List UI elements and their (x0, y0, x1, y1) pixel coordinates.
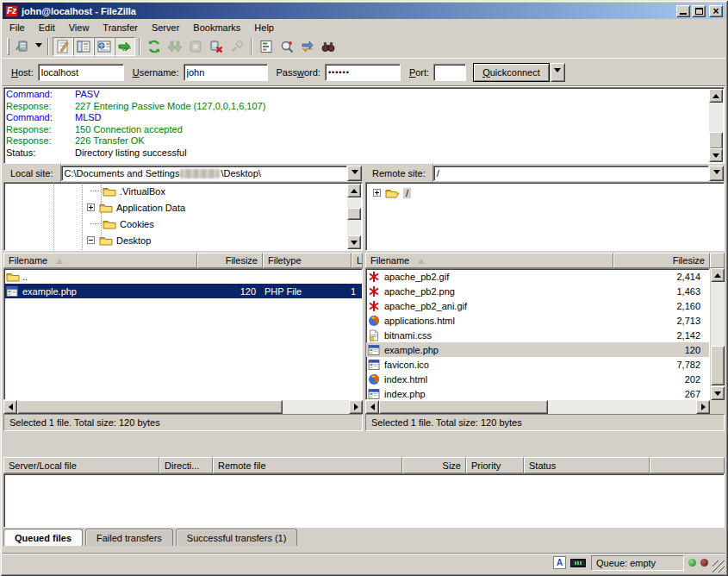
scroll-left-button[interactable] (365, 400, 379, 414)
tab-queued-files[interactable]: Queued files (3, 529, 83, 546)
local-file-list-panel: Filename Filesize Filetype L .. example.… (3, 253, 363, 431)
toggle-message-log-icon[interactable] (53, 37, 73, 56)
local-horizontal-scrollbar[interactable] (3, 400, 363, 414)
refresh-icon[interactable] (144, 37, 165, 56)
scroll-right-button[interactable] (349, 400, 363, 414)
scroll-up-button[interactable] (347, 184, 361, 197)
file-row[interactable]: index.html 202 (366, 372, 709, 386)
queue-column-size[interactable]: Size (402, 457, 466, 473)
menu-help[interactable]: Help (247, 21, 281, 34)
maximize-button[interactable] (692, 5, 706, 17)
cancel-icon[interactable] (185, 37, 206, 56)
host-input[interactable] (38, 64, 124, 81)
scroll-down-button[interactable] (347, 235, 361, 249)
scroll-thumb[interactable] (711, 346, 725, 385)
tree-item-virtualbox[interactable]: .VirtualBox (90, 183, 165, 199)
scroll-left-button[interactable] (3, 400, 17, 414)
scroll-up-button[interactable] (709, 89, 723, 103)
tree-item-desktop[interactable]: Desktop (87, 232, 151, 248)
speed-limit-icon[interactable] (570, 559, 586, 567)
directory-comparison-icon[interactable] (277, 37, 297, 56)
file-row[interactable]: index.php 267 (366, 386, 709, 400)
minimize-button[interactable] (676, 5, 690, 17)
username-input[interactable] (184, 64, 268, 81)
tree-item-application-data[interactable]: Application Data (87, 199, 185, 216)
file-row-selected[interactable]: example.php 120 (366, 342, 709, 357)
tab-successful-transfers[interactable]: Successful transfers (1) (176, 529, 298, 546)
listing-filters-icon[interactable] (256, 37, 277, 56)
scroll-thumb[interactable] (347, 208, 361, 220)
scroll-right-button[interactable] (696, 400, 710, 414)
column-header-filesize[interactable]: Filesize (613, 253, 710, 268)
menu-server[interactable]: Server (145, 21, 186, 34)
file-row-example-php[interactable]: example.php 120 PHP File 1 (4, 284, 362, 298)
remote-directory-tree[interactable]: / (365, 182, 725, 251)
queue-column-remote-file[interactable]: Remote file (213, 457, 402, 473)
file-row-parent-dir[interactable]: .. (4, 269, 362, 284)
quickconnect-button[interactable]: Quickconnect (473, 63, 550, 82)
remote-vertical-scrollbar[interactable] (711, 268, 725, 400)
scroll-up-button[interactable] (711, 268, 725, 282)
menu-transfer[interactable]: Transfer (96, 21, 145, 34)
file-row[interactable]: apache_pb2.png 1,463 (366, 284, 709, 298)
menu-edit[interactable]: Edit (32, 21, 62, 34)
menu-view[interactable]: View (62, 21, 96, 34)
file-row[interactable]: apache_pb2_ani.gif 2,160 (366, 298, 709, 313)
disconnect-icon[interactable] (206, 37, 227, 56)
toggle-transfer-queue-icon[interactable] (115, 37, 135, 56)
remote-path-dropdown[interactable] (709, 166, 724, 181)
scroll-thumb[interactable] (709, 132, 723, 149)
synchronized-browsing-icon[interactable] (297, 37, 318, 56)
file-row[interactable]: applications.html 2,713 (366, 313, 709, 328)
queue-list-body[interactable] (3, 473, 725, 528)
toggle-local-tree-icon[interactable] (73, 37, 94, 56)
local-path-combobox[interactable]: C:\Documents and Settings\Desktop\ (61, 166, 347, 181)
scroll-down-button[interactable] (709, 148, 723, 162)
local-tree-vertical-scrollbar[interactable] (347, 184, 361, 249)
queue-column-local-file[interactable]: Server/Local file (3, 457, 159, 473)
scroll-thumb[interactable] (379, 400, 548, 414)
process-queue-icon[interactable] (165, 37, 185, 56)
toolbar-grip[interactable] (7, 38, 9, 55)
file-row[interactable]: bitnami.css 2,142 (366, 328, 709, 342)
local-file-list[interactable]: .. example.php 120 PHP File 1 (3, 268, 363, 400)
collapse-icon[interactable] (87, 236, 95, 244)
expand-icon[interactable] (87, 203, 95, 211)
site-manager-dropdown-icon[interactable] (33, 37, 44, 56)
file-row[interactable]: apache_pb2.gif 2,414 (366, 269, 709, 284)
menu-bookmarks[interactable]: Bookmarks (186, 21, 247, 34)
tree-item-root[interactable]: / (373, 185, 411, 201)
find-files-icon[interactable] (318, 37, 339, 56)
site-manager-icon[interactable] (12, 37, 33, 56)
tab-failed-transfers[interactable]: Failed transfers (85, 529, 173, 546)
resize-grip[interactable] (712, 560, 725, 573)
remote-file-list[interactable]: apache_pb2.gif 2,414 apache_pb2.png 1,46… (365, 268, 710, 400)
queue-column-direction[interactable]: Directi... (159, 457, 213, 473)
title-bar[interactable]: Fz john@localhost - FileZilla × (3, 3, 725, 19)
file-row[interactable]: favicon.ico 7,782 (366, 357, 709, 372)
queue-column-status[interactable]: Status (524, 457, 650, 473)
expand-icon[interactable] (373, 189, 381, 197)
transfer-type-icon[interactable]: A (553, 556, 566, 569)
close-button[interactable]: × (709, 5, 723, 17)
scroll-down-button[interactable] (711, 386, 725, 400)
toggle-remote-tree-icon[interactable] (94, 37, 115, 56)
password-input[interactable] (325, 64, 401, 81)
remote-path-combobox[interactable]: / (433, 166, 709, 181)
column-header-filename[interactable]: Filename (3, 253, 197, 268)
column-header-filename[interactable]: Filename (365, 253, 613, 268)
quickconnect-dropdown[interactable] (551, 63, 565, 82)
log-vertical-scrollbar[interactable] (709, 89, 723, 162)
remote-horizontal-scrollbar[interactable] (365, 400, 710, 414)
local-path-dropdown[interactable] (347, 166, 362, 181)
column-header-filesize[interactable]: Filesize (197, 253, 263, 268)
column-header-filetype[interactable]: Filetype (263, 253, 352, 268)
reconnect-icon[interactable] (227, 37, 247, 56)
column-header-lastmodified[interactable]: L (352, 253, 363, 268)
tree-item-cookies[interactable]: Cookies (90, 216, 154, 232)
scroll-thumb[interactable] (17, 400, 283, 414)
menu-file[interactable]: File (3, 21, 32, 34)
local-directory-tree[interactable]: .VirtualBox Application Data Cookies Des… (3, 182, 363, 251)
queue-column-priority[interactable]: Priority (466, 457, 524, 473)
port-input[interactable] (433, 64, 466, 81)
